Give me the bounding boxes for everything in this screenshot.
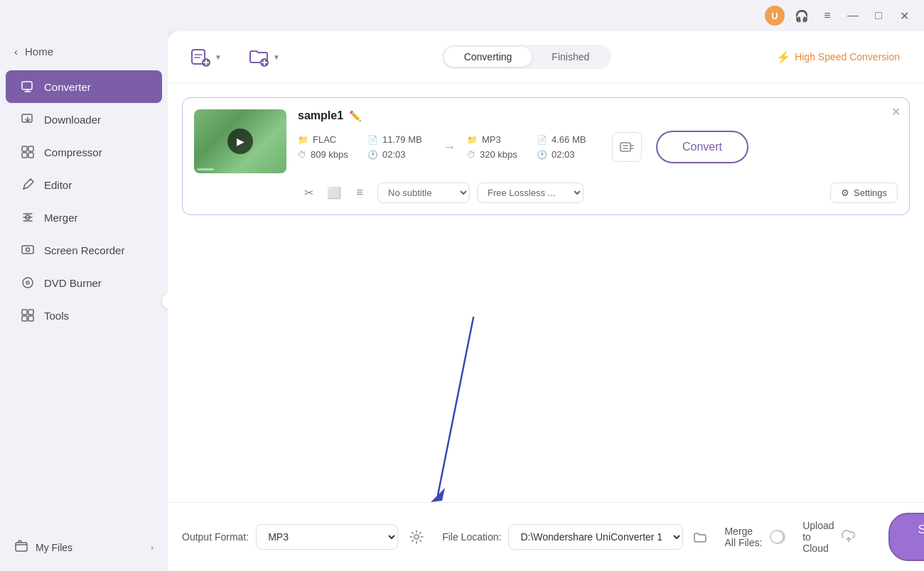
target-meta: 📁 MP3 ⏱ 320 kbps	[467, 134, 531, 160]
svg-point-9	[23, 278, 33, 288]
play-button[interactable]: ▶	[227, 129, 253, 154]
downloader-icon	[20, 112, 36, 127]
convert-button[interactable]: Convert	[656, 131, 748, 163]
sidebar-item-home[interactable]: ‹ Home	[0, 38, 168, 70]
sidebar-item-screen-recorder[interactable]: Screen Recorder	[6, 234, 162, 266]
merge-toggle[interactable]	[770, 530, 785, 544]
settings-label: Settings	[854, 187, 887, 198]
tab-group: Converting Finished	[442, 45, 612, 69]
add-folder-arrow: ▼	[273, 53, 280, 61]
sidebar: ‹ Home Converter Downloader	[0, 31, 168, 571]
crop-icon[interactable]: ⬜	[323, 182, 345, 203]
svg-rect-4	[22, 153, 27, 158]
sidebar-item-editor[interactable]: Editor	[6, 168, 162, 201]
add-file-button[interactable]: ▼	[182, 41, 229, 72]
dvd-burner-label: DVD Burner	[44, 277, 102, 289]
target-meta-2: 📄 4.66 MB 🕐 02:03	[537, 134, 601, 160]
sidebar-item-compressor[interactable]: Compressor	[6, 136, 162, 168]
toggle-knob	[771, 531, 783, 543]
screen-recorder-label: Screen Recorder	[44, 244, 124, 256]
file-name-row: sample1 ✏️	[298, 109, 898, 122]
add-file-icon	[189, 45, 212, 68]
sidebar-item-dvd-burner[interactable]: DVD Burner	[6, 266, 162, 299]
headset-icon[interactable]: 🎧	[793, 7, 810, 24]
svg-marker-21	[431, 488, 445, 502]
folder-icon-target: 📁	[467, 135, 478, 145]
source-size: 11.79 MB	[382, 134, 422, 145]
right-controls: Merge All Files: Upload to Cloud Start A…	[724, 513, 924, 561]
svg-rect-15	[16, 543, 27, 551]
file-location-row: File Location: D:\Wondershare UniConvert…	[442, 524, 710, 550]
file-meta: 📁 FLAC ⏱ 809 kbps 📄 11.79 MB	[298, 131, 898, 163]
add-folder-icon	[247, 45, 270, 68]
source-meta: 📁 FLAC ⏱ 809 kbps	[298, 134, 362, 160]
tools-label: Tools	[44, 310, 69, 322]
svg-rect-2	[22, 146, 27, 151]
convert-settings-icon[interactable]	[612, 132, 642, 162]
settings-button[interactable]: ⚙ Settings	[830, 183, 898, 203]
effects-icon[interactable]: ≡	[349, 182, 370, 203]
merge-all-files-row: Merge All Files:	[724, 526, 785, 548]
size-icon-source: 📄	[367, 135, 378, 145]
file-name: sample1	[298, 109, 343, 122]
file-info: sample1 ✏️ 📁 FLAC ⏱ 809 kbps	[298, 109, 898, 163]
upload-cloud-label: Upload to Cloud	[802, 520, 834, 554]
target-format: MP3	[482, 134, 501, 145]
start-all-button[interactable]: Start All	[888, 513, 925, 561]
svg-rect-5	[28, 153, 33, 158]
output-format-row: Output Format: MP3	[182, 524, 428, 550]
sidebar-footer-my-files[interactable]: My Files ›	[0, 531, 168, 564]
output-format-select[interactable]: MP3	[256, 524, 398, 550]
arrow-pointer	[424, 310, 495, 502]
subtitle-select[interactable]: No subtitle	[377, 183, 470, 203]
svg-rect-19	[621, 143, 630, 151]
settings-gear-icon: ⚙	[841, 187, 849, 198]
tab-converting[interactable]: Converting	[444, 47, 532, 67]
compressor-label: Compressor	[44, 146, 102, 158]
output-format-label: Output Format:	[182, 531, 249, 543]
bottom-bar: Output Format: MP3 File Location: D:\Won…	[168, 502, 924, 571]
add-file-arrow: ▼	[215, 53, 222, 61]
add-folder-button[interactable]: ▼	[240, 41, 287, 72]
speed-label: High Speed Conversion	[795, 51, 900, 62]
output-settings-icon[interactable]	[405, 526, 428, 548]
target-bitrate: 320 kbps	[480, 149, 517, 160]
sidebar-home-label: Home	[25, 45, 53, 58]
svg-rect-12	[28, 310, 33, 315]
target-format-row: 📁 MP3	[467, 134, 531, 145]
file-location-select[interactable]: D:\Wondershare UniConverter 1	[508, 524, 683, 550]
sidebar-item-downloader[interactable]: Downloader	[6, 103, 162, 136]
edit-filename-icon[interactable]: ✏️	[349, 110, 361, 121]
high-speed-conversion-button[interactable]: ⚡ High Speed Conversion	[766, 45, 910, 70]
lightning-icon: ⚡	[776, 50, 790, 64]
bitrate-icon-target: ⏱	[467, 150, 476, 160]
sidebar-item-converter[interactable]: Converter	[6, 70, 162, 103]
browse-folder-icon[interactable]	[690, 527, 710, 547]
source-size-row: 📄 11.79 MB	[367, 134, 431, 145]
my-files-arrow-icon: ›	[151, 543, 154, 553]
svg-rect-14	[28, 316, 33, 321]
file-location-label: File Location:	[442, 531, 501, 543]
converter-label: Converter	[44, 81, 91, 93]
clock-icon-source: 🕐	[367, 150, 378, 160]
svg-rect-13	[22, 316, 27, 321]
source-duration: 02:03	[382, 149, 406, 160]
upload-to-cloud-row: Upload to Cloud	[802, 520, 856, 554]
titlebar: U 🎧 ≡ — □ ✕	[0, 0, 924, 31]
file-card-bottom: ✂ ⬜ ≡ No subtitle Free Lossless ... ⚙ Se…	[194, 182, 898, 203]
tab-finished[interactable]: Finished	[532, 47, 609, 67]
svg-rect-11	[22, 310, 27, 315]
menu-icon[interactable]: ≡	[819, 7, 836, 24]
sidebar-item-merger[interactable]: Merger	[6, 201, 162, 234]
merger-label: Merger	[44, 212, 78, 224]
maximize-button[interactable]: □	[870, 7, 887, 24]
cloud-upload-icon[interactable]	[840, 527, 857, 548]
cut-icon[interactable]: ✂	[298, 182, 319, 203]
minimize-button[interactable]: —	[844, 7, 861, 24]
downloader-label: Downloader	[44, 114, 101, 126]
sidebar-item-tools[interactable]: Tools	[6, 299, 162, 332]
close-button[interactable]: ✕	[896, 7, 913, 24]
close-card-button[interactable]: ✕	[891, 105, 901, 119]
compressor-icon	[20, 144, 36, 160]
audio-select[interactable]: Free Lossless ...	[477, 183, 584, 203]
